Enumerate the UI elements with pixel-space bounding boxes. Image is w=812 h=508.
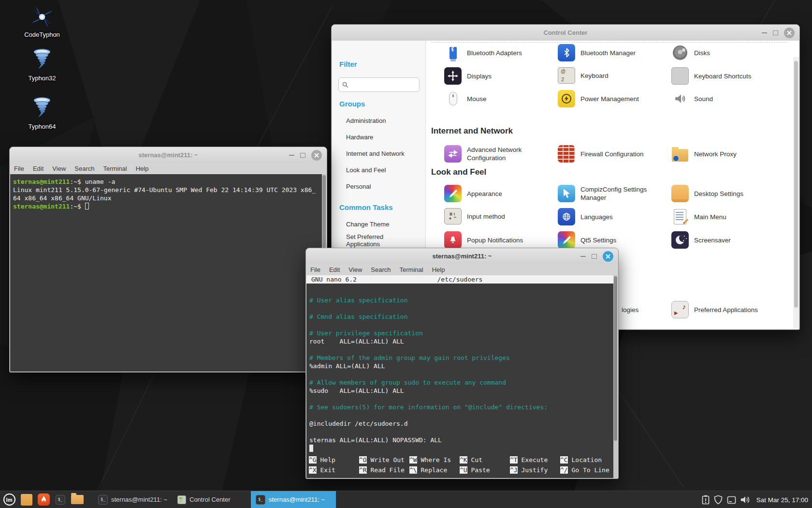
menu-help[interactable]: Help — [131, 165, 153, 172]
maximize-button[interactable] — [773, 30, 778, 35]
cc-item-network-proxy[interactable]: Network Proxy — [671, 145, 782, 163]
cc-item-keyboard-shortcuts[interactable]: Keyboard Shortcuts — [671, 67, 782, 85]
cc-item-popup-notifications[interactable]: Popup Notifications — [444, 231, 554, 249]
maximize-button[interactable] — [300, 153, 305, 158]
control-center-titlebar[interactable]: Control Center — [332, 25, 799, 41]
cc-item-input-method[interactable]: Input method — [444, 208, 554, 224]
task-set-preferred-apps[interactable]: Set Preferred Applications — [346, 233, 383, 242]
task-change-theme[interactable]: Change Theme — [346, 221, 389, 229]
menu-terminal[interactable]: Terminal — [99, 165, 131, 172]
menu-view[interactable]: View — [344, 266, 366, 273]
menu-file[interactable]: File — [306, 266, 325, 273]
cc-item-disks[interactable]: Disks — [671, 44, 782, 61]
minimize-button[interactable] — [289, 155, 294, 156]
shortcut-location[interactable]: ^C Location — [560, 456, 610, 466]
taskbar-window-control-center[interactable]: Control Center — [173, 491, 251, 508]
nano-filename: /etc/sudoers — [306, 275, 613, 284]
launcher-orange-app[interactable] — [18, 491, 35, 508]
shortcut-where-is[interactable]: ^W Where Is — [409, 456, 460, 466]
shortcut-read-file[interactable]: ^R Read File — [359, 466, 409, 476]
window-tray-icon[interactable] — [727, 496, 736, 504]
cc-item-languages[interactable]: Languages — [558, 208, 668, 225]
cc-item-screensaver[interactable]: Screensaver — [671, 231, 782, 249]
shortcut-execute[interactable]: ^T Execute — [510, 456, 560, 466]
shield-icon[interactable] — [713, 495, 723, 505]
launcher-flame-app[interactable] — [35, 491, 52, 508]
launcher-files[interactable] — [68, 491, 87, 508]
minimize-button[interactable] — [762, 32, 767, 33]
sudoers-line: # Cmnd alias specification — [309, 313, 408, 321]
menu-edit[interactable]: Edit — [325, 266, 344, 273]
sidebar-item-look-feel[interactable]: Look and Feel — [346, 166, 386, 175]
terminal1-menubar: File Edit View Search Terminal Help — [10, 163, 327, 174]
minimize-button[interactable] — [580, 256, 586, 257]
cc-item-bluetooth-adapters[interactable]: Bluetooth Adapters — [444, 44, 554, 61]
cc-item-power-management[interactable]: Power Management — [558, 90, 668, 107]
sidebar-item-personal[interactable]: Personal — [346, 183, 371, 192]
taskbar-window-nano-terminal[interactable]: $_ sternas@mint211: ~ — [251, 491, 336, 508]
shortcut-cut[interactable]: ^K Cut — [460, 456, 510, 466]
shortcut-exit[interactable]: ^X Exit — [309, 466, 359, 476]
cc-item-compizconfig[interactable]: CompizConfig Settings Manager — [558, 185, 668, 202]
cc-item-displays[interactable]: Displays — [444, 67, 554, 85]
sidebar-item-administration[interactable]: Administration — [346, 117, 386, 126]
input-method-icon — [444, 208, 462, 224]
cc-item-label: Firewall Configuration — [580, 150, 657, 158]
cc-scrollbar[interactable] — [793, 57, 799, 328]
cc-item-desktop-settings[interactable]: Desktop Settings — [671, 185, 782, 202]
mint-menu-button[interactable]: lm — [0, 491, 18, 508]
cc-item-preferred-applications[interactable]: ♪▶ Preferred Applications — [671, 301, 782, 318]
taskbar-clock[interactable]: Sat Mar 25, 17:00 — [756, 496, 808, 504]
nano-content[interactable]: /etc/sudoers GNU nano 6.2 # User alias s… — [306, 275, 618, 478]
taskbar-window-terminal1[interactable]: $_ sternas@mint211: ~ — [93, 491, 173, 508]
menu-view[interactable]: View — [48, 165, 70, 172]
terminal1-titlebar[interactable]: sternas@mint211: ~ — [10, 147, 327, 163]
shortcut-replace[interactable]: ^\ Replace — [409, 466, 460, 476]
cc-item-label: Keyboard — [580, 72, 657, 80]
sudoers-line: # See sudoers(5) for more information on… — [309, 403, 548, 411]
cc-item-main-menu[interactable]: Main Menu — [671, 208, 782, 225]
cc-item-appearance[interactable]: Appearance — [444, 185, 554, 202]
terminal1-content[interactable]: sternas@mint211:~$ uname -a Linux mint21… — [10, 174, 326, 372]
menu-search[interactable]: Search — [70, 165, 99, 172]
volume-icon[interactable] — [740, 495, 751, 505]
search-input[interactable] — [351, 81, 409, 89]
clipboard-report-icon[interactable] — [702, 495, 710, 505]
sidebar-item-hardware[interactable]: Hardware — [346, 134, 373, 142]
cc-scrollbar-thumb[interactable] — [794, 61, 798, 308]
close-button[interactable] — [311, 150, 322, 161]
menu-edit[interactable]: Edit — [29, 165, 48, 172]
close-button[interactable] — [784, 28, 795, 38]
launcher-terminal[interactable]: $_ — [52, 491, 68, 508]
cc-item-bluetooth-manager[interactable]: Bluetooth Manager — [558, 44, 668, 61]
desktop-icon-typhon32[interactable]: Typhon32 — [15, 46, 69, 82]
terminal1-scrollbar-thumb[interactable] — [322, 175, 326, 248]
terminal-line: sternas@mint211:~$ — [13, 202, 89, 210]
shortcut-help[interactable]: ^G Help — [309, 456, 359, 466]
cc-item-firewall[interactable]: Firewall Configuration — [558, 145, 668, 163]
shortcut-justify[interactable]: ^J Justify — [510, 466, 560, 476]
cc-item-sound[interactable]: Sound — [671, 90, 782, 107]
search-box[interactable] — [338, 77, 420, 92]
maximize-button[interactable] — [592, 254, 597, 259]
shortcut-write-out[interactable]: ^O Write Out — [359, 456, 409, 466]
nano-scrollbar[interactable] — [613, 275, 618, 478]
cc-item-mouse[interactable]: Mouse — [444, 90, 554, 107]
shortcut-paste[interactable]: ^U Paste — [460, 466, 510, 476]
menu-help[interactable]: Help — [428, 266, 450, 273]
menu-terminal[interactable]: Terminal — [395, 266, 428, 273]
desktop-icon-codetyphon[interactable]: CodeTyphon — [15, 4, 69, 38]
cc-item-qt5-settings[interactable]: Qt5 Settings — [558, 231, 668, 249]
sidebar-item-internet-network[interactable]: Internet and Network — [346, 150, 405, 159]
cc-item-keyboard[interactable]: @2 Keyboard — [558, 67, 668, 84]
menu-search[interactable]: Search — [366, 266, 395, 273]
close-button[interactable] — [603, 251, 613, 262]
desktop-icon-typhon64[interactable]: Typhon64 — [15, 95, 69, 130]
sound-icon — [671, 90, 689, 107]
nano-titlebar[interactable]: sternas@mint211: ~ — [306, 248, 618, 264]
shortcut-go-to-line[interactable]: ^/ Go To Line — [560, 466, 610, 476]
cc-item-label: Main Menu — [694, 213, 770, 221]
menu-file[interactable]: File — [10, 165, 29, 172]
nano-scrollbar-thumb[interactable] — [614, 276, 617, 441]
cc-item-advanced-network[interactable]: Advanced Network Configuration — [444, 145, 554, 163]
